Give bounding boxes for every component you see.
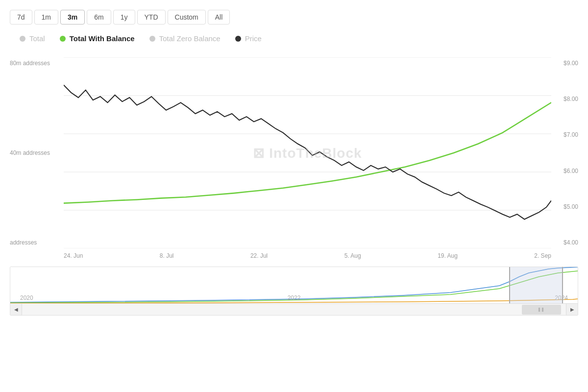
mini-chart-selection[interactable] (509, 267, 563, 304)
time-btn-1m[interactable]: 1m (34, 10, 58, 24)
time-btn-all[interactable]: All (208, 10, 230, 24)
scroll-track[interactable]: ⦀⦀ (22, 304, 566, 316)
main-container: 7d1m3m6m1yYTDCustomAll TotalTotal With B… (0, 0, 588, 392)
x-label-1: 8. Jul (160, 252, 174, 259)
legend-dot (20, 36, 25, 42)
legend-item-total-zero-balance[interactable]: Total Zero Balance (149, 34, 220, 43)
time-btn-7d[interactable]: 7d (10, 10, 32, 24)
price-9: $9.00 (549, 60, 578, 67)
scroll-right-button[interactable]: ▶ (566, 304, 578, 316)
legend-item-total-with-balance[interactable]: Total With Balance (60, 34, 135, 43)
y-label-top: 80m addresses (10, 60, 69, 67)
main-chart: 80m addresses 40m addresses addresses $9… (10, 57, 578, 248)
time-range-selector: 7d1m3m6m1yYTDCustomAll (5, 10, 583, 24)
mini-label-2022: 2022 (288, 294, 301, 301)
legend-label: Total Zero Balance (159, 34, 220, 43)
scroll-handle[interactable]: ⦀⦀ (522, 305, 561, 315)
mini-chart: 2020 2022 2024 ◀ ⦀⦀ ▶ (10, 267, 578, 316)
scroll-controls: ◀ ⦀⦀ ▶ (10, 303, 578, 315)
chart-wrapper: 80m addresses 40m addresses addresses $9… (5, 57, 583, 259)
y-label-mid: 40m addresses (10, 149, 69, 156)
y-axis-left: 80m addresses 40m addresses addresses (10, 57, 69, 248)
price-4: $4.00 (549, 239, 578, 246)
x-label-3: 5. Aug (344, 252, 361, 259)
time-btn-3m[interactable]: 3m (60, 10, 85, 24)
x-label-4: 19. Aug (438, 252, 458, 259)
y-axis-right: $9.00 $8.00 $7.00 $6.00 $5.00 $4.00 (549, 57, 578, 248)
chart-svg (64, 57, 551, 248)
time-btn-ytd[interactable]: YTD (137, 10, 166, 24)
chart-legend: TotalTotal With BalanceTotal Zero Balanc… (5, 34, 583, 43)
legend-label: Total (29, 34, 45, 43)
price-6: $6.00 (549, 168, 578, 174)
price-7: $7.00 (549, 131, 578, 138)
legend-item-total[interactable]: Total (20, 34, 45, 43)
time-btn-6m[interactable]: 6m (87, 10, 111, 24)
time-btn-custom[interactable]: Custom (168, 10, 206, 24)
y-label-bot: addresses (10, 239, 69, 246)
legend-item-price[interactable]: Price (235, 34, 262, 43)
mini-chart-year-labels: 2020 2022 2024 (10, 294, 578, 301)
x-label-2: 22. Jul (250, 252, 268, 259)
handle-grip: ⦀⦀ (538, 306, 545, 313)
legend-dot (149, 36, 155, 42)
price-5: $5.00 (549, 203, 578, 210)
mini-label-2020: 2020 (20, 294, 33, 301)
x-axis: 24. Jun 8. Jul 22. Jul 5. Aug 19. Aug 2.… (10, 248, 578, 259)
price-8: $8.00 (549, 96, 578, 102)
scroll-left-button[interactable]: ◀ (10, 304, 22, 316)
legend-dot (60, 36, 66, 42)
time-btn-1y[interactable]: 1y (113, 10, 135, 24)
x-label-5: 2. Sep (534, 252, 551, 259)
legend-label: Total With Balance (70, 34, 135, 43)
legend-label: Price (245, 34, 262, 43)
legend-dot (235, 36, 241, 42)
chart-svg-container: ⊠ IntoTheBlock (64, 57, 551, 248)
x-label-0: 24. Jun (64, 252, 83, 259)
